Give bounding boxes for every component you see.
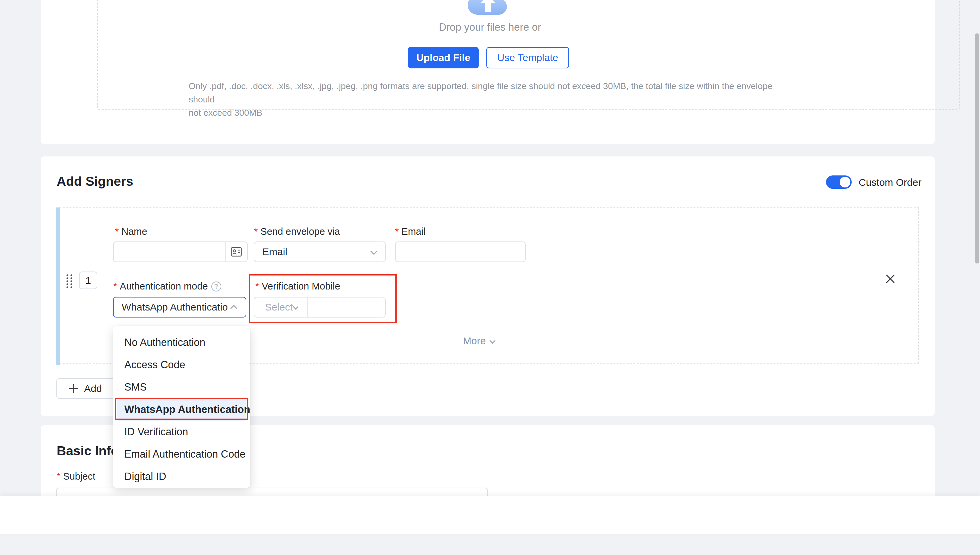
chevron-down-icon xyxy=(293,304,299,310)
chevron-down-icon xyxy=(370,248,377,255)
menu-item-digital-id[interactable]: Digital ID xyxy=(117,465,246,488)
send-via-selected-value: Email xyxy=(262,242,287,261)
menu-item-access-code[interactable]: Access Code xyxy=(117,354,246,376)
menu-item-whatsapp-authentication[interactable]: WhatsApp Authentication xyxy=(117,398,246,420)
remove-signer-button[interactable] xyxy=(884,273,896,285)
drag-handle-icon[interactable] xyxy=(66,274,74,289)
required-marker: * xyxy=(114,281,117,292)
custom-order-label: Custom Order xyxy=(858,177,921,188)
required-marker: * xyxy=(57,471,60,482)
send-via-select[interactable]: Email xyxy=(254,242,386,262)
use-template-button[interactable]: Use Template xyxy=(486,47,569,68)
send-via-label-text: Send envelope via xyxy=(261,226,340,237)
upload-format-note: Only .pdf, .doc, .docx, .xls, .xlsx, .jp… xyxy=(189,79,789,119)
help-question-icon[interactable] xyxy=(211,281,221,292)
verification-mobile-field-label: *Verification Mobile xyxy=(255,281,341,292)
add-signer-button[interactable]: Add xyxy=(56,378,115,399)
auth-mode-selected-value: WhatsApp Authenticatio xyxy=(122,297,228,317)
add-button-label: Add xyxy=(84,383,102,394)
menu-item-email-authentication-code[interactable]: Email Authentication Code xyxy=(117,443,246,465)
verification-mobile-input[interactable] xyxy=(308,297,385,317)
chevron-down-icon xyxy=(490,338,496,343)
page-footer: Language English Copyright © 2026 eSignG… xyxy=(0,534,980,555)
required-marker: * xyxy=(255,281,259,292)
verification-mobile-label-text: Verification Mobile xyxy=(262,281,340,292)
required-marker: * xyxy=(254,226,258,237)
send-via-field-label: *Send envelope via xyxy=(254,226,340,237)
email-label-text: Email xyxy=(401,226,426,237)
required-marker: * xyxy=(115,226,119,237)
name-field-label: *Name xyxy=(115,226,147,237)
verification-mobile-group: Select xyxy=(254,297,386,318)
subject-field-label: *Subject xyxy=(57,471,95,482)
add-signers-title: Add Signers xyxy=(57,174,133,189)
auth-mode-field-label: *Authentication mode xyxy=(114,281,221,292)
upload-format-note-line1: Only .pdf, .doc, .docx, .xls, .xlsx, .jp… xyxy=(189,79,789,106)
menu-item-no-authentication[interactable]: No Authentication xyxy=(117,331,246,354)
email-input[interactable] xyxy=(395,242,526,262)
upload-file-button[interactable]: Upload File xyxy=(408,47,479,68)
contacts-picker-button[interactable] xyxy=(225,242,247,261)
contact-card-icon xyxy=(230,247,242,257)
menu-item-id-verification[interactable]: ID Verification xyxy=(117,420,246,443)
required-marker: * xyxy=(395,226,399,237)
auth-mode-dropdown-menu: No Authentication Access Code SMS WhatsA… xyxy=(113,326,250,488)
upload-cloud-icon xyxy=(468,0,508,17)
email-field-label: *Email xyxy=(395,226,426,237)
plus-icon xyxy=(69,384,78,393)
basic-info-title: Basic Info xyxy=(57,444,119,458)
menu-item-sms[interactable]: SMS xyxy=(117,376,246,398)
envelope-compose-page: Drop your files here or Upload File Use … xyxy=(0,0,980,555)
bottom-action-bar: Save Draft Send Now Next xyxy=(0,496,980,534)
subject-label-text: Subject xyxy=(63,471,95,482)
more-label: More xyxy=(463,335,486,346)
name-label-text: Name xyxy=(122,226,147,237)
signer-order-badge: 1 xyxy=(79,271,98,289)
signer-row-accent-bar xyxy=(56,207,60,365)
more-options-button[interactable]: More xyxy=(463,335,495,346)
country-code-placeholder: Select xyxy=(265,297,293,317)
custom-order-toggle[interactable] xyxy=(826,175,852,189)
toggle-knob xyxy=(840,177,851,188)
auth-mode-select[interactable]: WhatsApp Authenticatio xyxy=(113,297,246,318)
chevron-up-icon xyxy=(230,305,237,312)
upload-format-note-line2: not exceed 300MB xyxy=(189,106,789,119)
menu-item-label: WhatsApp Authentication xyxy=(124,404,250,415)
country-code-select[interactable]: Select xyxy=(254,297,307,317)
scrollbar-thumb[interactable] xyxy=(975,34,979,263)
drop-files-text: Drop your files here or xyxy=(0,21,980,34)
name-input[interactable] xyxy=(113,242,248,262)
auth-mode-label-text: Authentication mode xyxy=(120,281,208,292)
